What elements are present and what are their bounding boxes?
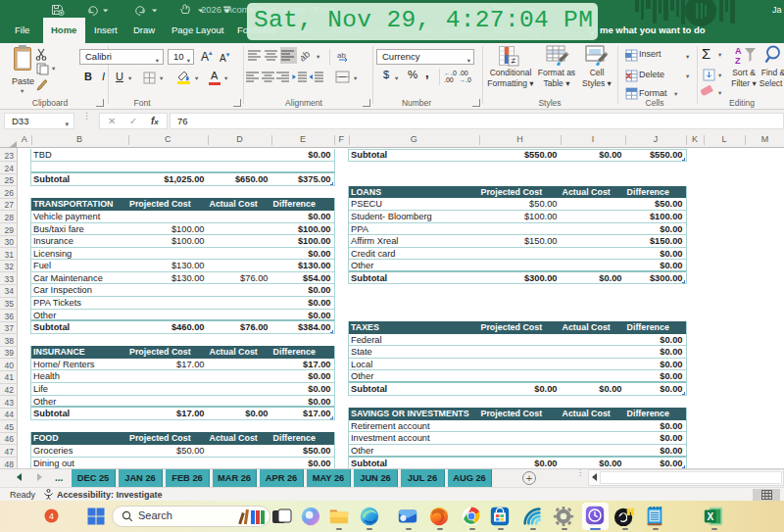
svg-text:X: X bbox=[707, 511, 713, 522]
svg-text:ab: ab bbox=[301, 49, 313, 62]
svg-text:Z: Z bbox=[735, 56, 741, 65]
svg-text:4: 4 bbox=[49, 511, 54, 521]
svg-text:≠: ≠ bbox=[512, 56, 516, 66]
svg-text:A: A bbox=[735, 46, 742, 56]
